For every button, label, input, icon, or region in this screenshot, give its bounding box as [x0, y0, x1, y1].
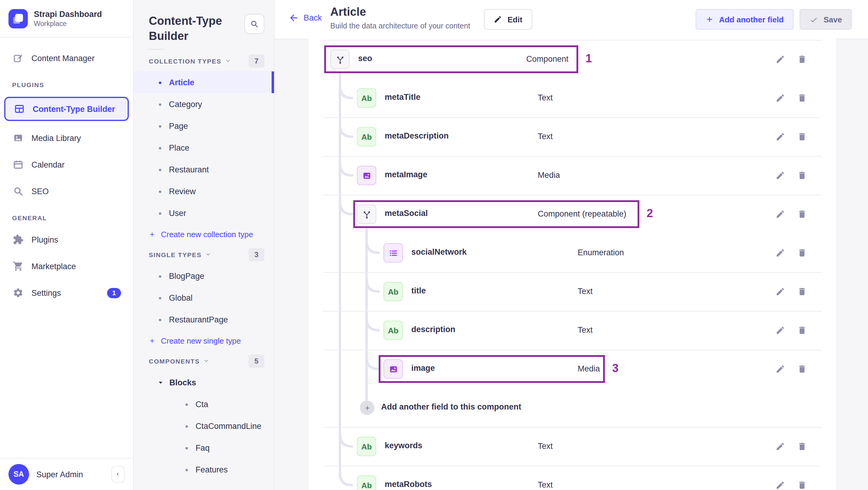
delete-field-button[interactable] [796, 91, 809, 105]
field-type: Text [538, 132, 553, 141]
sidebar-item-marketplace[interactable]: Marketplace [4, 253, 129, 279]
delete-field-button[interactable] [796, 285, 809, 298]
field-name: metaSocial [385, 209, 428, 218]
annotation-number-2: 2 [647, 207, 653, 220]
trash-icon [797, 55, 807, 64]
delete-field-button[interactable] [796, 208, 809, 221]
create-create-new-single-type-link[interactable]: Create new single type [134, 330, 274, 351]
avatar[interactable]: SA [8, 464, 29, 485]
row-divider [323, 195, 822, 195]
edit-field-button[interactable] [774, 440, 787, 453]
type-item-review[interactable]: •Review [134, 180, 274, 202]
trash-icon [797, 326, 807, 335]
sidebar-item-seo[interactable]: SEO [4, 178, 129, 205]
edit-field-button[interactable] [774, 130, 787, 143]
field-name: keywords [385, 441, 423, 450]
delete-field-button[interactable] [796, 440, 809, 453]
row-divider [323, 427, 822, 428]
component-item-cta[interactable]: •Cta [134, 393, 274, 415]
field-type-icon-text: Ab [357, 88, 376, 108]
strapi-app: Strapi Dashboard Workplace Content Manag… [0, 0, 868, 490]
main-sidebar: Strapi Dashboard Workplace Content Manag… [0, 0, 134, 490]
section-header-collection-types[interactable]: COLLECTION TYPES 7 [134, 51, 274, 71]
type-item-article[interactable]: •Article [134, 71, 274, 93]
search-button[interactable] [244, 14, 264, 34]
type-item-restaurantpage[interactable]: •RestaurantPage [134, 308, 274, 330]
pencil-icon [775, 441, 785, 451]
create-create-new-collection-type-link[interactable]: Create new collection type [134, 224, 274, 244]
component-item-faq[interactable]: •Faq [134, 437, 274, 459]
row-divider [323, 311, 822, 311]
delete-field-button[interactable] [796, 169, 809, 182]
edit-button[interactable]: Edit [484, 9, 532, 30]
field-row-metarobots: Ab metaRobots Text [309, 466, 836, 490]
delete-field-button[interactable] [796, 362, 809, 376]
type-item-restaurant[interactable]: •Restaurant [134, 158, 274, 180]
sidebar-item-content-type-builder[interactable]: Content-Type Builder [4, 97, 129, 121]
delete-field-button[interactable] [796, 130, 809, 143]
chevron-left-icon [116, 471, 120, 478]
workspace-switcher[interactable]: Strapi Dashboard Workplace [0, 0, 133, 37]
section-count-badge: 3 [249, 248, 264, 261]
sidebar-item-calendar[interactable]: Calendar [4, 151, 129, 178]
row-divider [323, 156, 822, 157]
edit-field-button[interactable] [774, 246, 787, 259]
sidebar-item-settings[interactable]: Settings 1 [4, 279, 129, 306]
builder-sections: COLLECTION TYPES 7 •Article •Category •P… [134, 51, 274, 480]
pencil-icon [775, 326, 785, 335]
pencil-icon [775, 209, 785, 219]
add-field-to-component-label[interactable]: Add another field to this component [381, 402, 521, 411]
delete-field-button[interactable] [796, 479, 809, 490]
trash-icon [797, 209, 807, 219]
bullet-icon: • [158, 121, 162, 131]
component-category-blocks[interactable]: Blocks [134, 371, 274, 393]
title-divider [149, 49, 163, 50]
edit-field-button[interactable] [774, 285, 787, 298]
component-item-ctacommandline[interactable]: •CtaCommandLine [134, 415, 274, 437]
delete-field-button[interactable] [796, 53, 809, 66]
collapse-sidebar-button[interactable] [111, 466, 125, 483]
edit-field-button[interactable] [774, 208, 787, 221]
type-item-category[interactable]: •Category [134, 93, 274, 115]
type-item-global[interactable]: •Global [134, 287, 274, 308]
edit-field-button[interactable] [774, 91, 787, 105]
delete-field-button[interactable] [796, 246, 809, 259]
edit-field-button[interactable] [774, 53, 787, 66]
sidebar-item-media-library[interactable]: Media Library [4, 125, 129, 151]
sidebar-item-content-manager[interactable]: Content Manager [4, 45, 129, 71]
type-item-place[interactable]: •Place [134, 137, 274, 158]
row-divider [323, 272, 822, 273]
add-another-field-button[interactable]: Add another field [695, 9, 793, 30]
nav-item-label: Calendar [31, 160, 65, 169]
section-header-single-types[interactable]: SINGLE TYPES 3 [134, 244, 274, 265]
bullet-icon: • [185, 442, 188, 453]
type-item-user[interactable]: •User [134, 202, 274, 224]
edit-field-button[interactable] [774, 169, 787, 182]
plus-icon [149, 231, 155, 238]
fields-list-card: 1 seo Component Ab metaTitle Text Ab met… [309, 39, 836, 490]
component-item-features[interactable]: •Features [134, 459, 274, 480]
edit-field-button[interactable] [774, 479, 787, 490]
section-count-badge: 5 [249, 355, 264, 368]
notification-badge: 1 [107, 288, 121, 298]
bullet-icon: • [158, 271, 162, 281]
type-item-blogpage[interactable]: •BlogPage [134, 265, 274, 287]
bullet-icon: • [158, 293, 162, 303]
pencil-icon [775, 55, 785, 64]
bullet-icon: • [158, 208, 162, 218]
back-link[interactable]: Back [288, 13, 322, 23]
type-item-page[interactable]: •Page [134, 115, 274, 137]
annotation-number-3: 3 [612, 362, 619, 375]
pencil-icon [494, 15, 502, 24]
edit-field-button[interactable] [774, 362, 787, 376]
edit-field-button[interactable] [774, 324, 787, 337]
add-field-to-component-button[interactable] [360, 400, 374, 415]
sidebar-item-plugins[interactable]: Plugins [4, 226, 129, 253]
settings-icon [12, 287, 24, 299]
save-button[interactable]: Save [799, 9, 852, 30]
delete-field-button[interactable] [796, 324, 809, 337]
row-divider [323, 117, 822, 118]
section-header-components[interactable]: COMPONENTS 5 [134, 351, 274, 371]
nav-item-label: Content-Type Builder [33, 104, 115, 114]
field-name: title [411, 286, 426, 295]
